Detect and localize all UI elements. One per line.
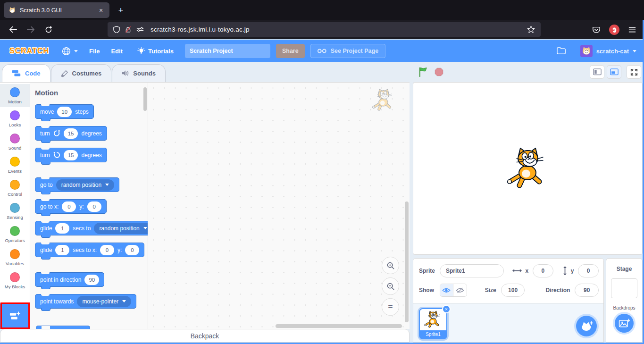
category-motion[interactable]: Motion — [0, 84, 30, 107]
small-stage-button[interactable] — [590, 65, 604, 79]
default-stage-button[interactable] — [607, 65, 621, 79]
zoom-out-button[interactable] — [382, 277, 399, 295]
category-looks[interactable]: Looks — [0, 107, 30, 130]
block-dropdown[interactable]: random position — [94, 223, 148, 234]
forward-button[interactable] — [24, 23, 38, 37]
back-button[interactable] — [6, 23, 20, 37]
sprite-list: Sprite1 × — [413, 303, 603, 342]
palette-block-turn-right[interactable]: turn15degrees — [35, 126, 107, 141]
share-button[interactable]: Share — [276, 44, 305, 58]
green-flag-button[interactable] — [416, 65, 430, 79]
canvas-horizontal-scrollbar[interactable] — [276, 324, 402, 328]
pocket-icon[interactable] — [589, 23, 603, 37]
block-label: secs to — [73, 225, 91, 232]
block-number-input[interactable]: 10 — [57, 107, 72, 117]
backdrop-thumbnail[interactable] — [611, 278, 637, 298]
palette-block-partial[interactable] — [36, 326, 90, 329]
canvas-vertical-scrollbar[interactable] — [405, 201, 409, 322]
browser-tab[interactable]: Scratch 3.0 GUI × — [4, 2, 109, 18]
sprite-x-input[interactable]: 0 — [533, 264, 553, 277]
block-number-input[interactable]: 0 — [62, 201, 76, 212]
sprite-name-input[interactable]: Sprite1 — [440, 264, 504, 277]
sprite-panel: Sprite Sprite1 x 0 y 0 S — [413, 258, 604, 343]
reload-button[interactable] — [42, 23, 56, 37]
permissions-icon[interactable] — [136, 27, 144, 32]
block-dropdown[interactable]: mouse-pointer — [77, 296, 131, 307]
palette-block-glide-menu[interactable]: glide1secs torandom position — [35, 221, 148, 235]
sprite-card-sprite1[interactable]: Sprite1 × — [419, 308, 447, 339]
sprite-y-input[interactable]: 0 — [578, 264, 599, 277]
add-extension-button[interactable] — [0, 303, 30, 329]
category-my-blocks[interactable]: My Blocks — [0, 269, 30, 292]
tab-code-label: Code — [25, 70, 41, 77]
category-sensing[interactable]: Sensing — [0, 200, 30, 223]
palette-header: Motion — [35, 89, 148, 97]
palette-block-point-towards[interactable]: point towardsmouse-pointer — [35, 294, 136, 309]
stage[interactable] — [413, 82, 643, 255]
see-project-page-button[interactable]: See Project Page — [310, 44, 385, 58]
show-hidden-button[interactable] — [453, 284, 467, 296]
edit-menu[interactable]: Edit — [105, 40, 128, 62]
block-label: point towards — [40, 298, 74, 305]
backpack-bar[interactable]: Backpack — [0, 329, 410, 343]
tab-sounds[interactable]: Sounds — [112, 64, 166, 82]
palette-scrollbar[interactable] — [143, 87, 147, 111]
tab-costumes[interactable]: Costumes — [51, 64, 112, 82]
account-menu[interactable]: scratch-cat — [580, 45, 639, 57]
block-number-input[interactable]: 1 — [55, 223, 69, 234]
lock-slash-icon[interactable] — [125, 26, 132, 33]
sprite-direction-input[interactable]: 90 — [575, 284, 599, 297]
folder-icon[interactable] — [556, 47, 566, 55]
fullscreen-button[interactable] — [627, 65, 641, 79]
shield-icon[interactable] — [113, 26, 120, 34]
category-control[interactable]: Control — [0, 176, 30, 200]
category-events[interactable]: Events — [0, 153, 30, 176]
zoom-reset-button[interactable]: = — [382, 298, 399, 316]
file-menu[interactable]: File — [84, 40, 105, 62]
show-visible-button[interactable] — [440, 284, 453, 296]
block-number-input[interactable]: 15 — [64, 128, 78, 139]
palette-block-move-steps[interactable]: move10steps — [35, 104, 94, 119]
block-number-input[interactable]: 15 — [64, 150, 78, 160]
project-name-input[interactable]: Scratch Project — [185, 44, 270, 58]
block-number-input[interactable]: 90 — [84, 275, 99, 285]
sprite-size-input[interactable]: 100 — [501, 284, 525, 297]
code-canvas[interactable]: = — [148, 83, 410, 329]
blocker-extension-icon[interactable] — [607, 23, 621, 37]
category-sound[interactable]: Sound — [0, 130, 30, 153]
url-bar[interactable]: scratch3-ros.jsk.imi.i.u-tokyo.ac.jp — [108, 22, 541, 37]
language-selector[interactable] — [56, 40, 84, 62]
palette-block-goto-xy[interactable]: go to x:0y:0 — [35, 199, 107, 214]
stage-selector-panel[interactable]: Stage Backdrops — [606, 258, 643, 343]
stop-button[interactable] — [432, 65, 446, 79]
zoom-in-button[interactable] — [382, 257, 399, 274]
category-variables[interactable]: Variables — [0, 246, 30, 269]
palette-block-point-in-direction[interactable]: point in direction90 — [35, 272, 104, 287]
tab-sounds-label: Sounds — [133, 70, 156, 77]
block-number-input[interactable]: 1 — [55, 245, 69, 255]
add-sprite-button[interactable] — [576, 316, 597, 336]
tab-code[interactable]: Code — [2, 64, 50, 82]
block-list: move10stepsturn15degreesturn15degreesgo … — [35, 104, 148, 309]
menu-hamburger-icon[interactable] — [625, 23, 639, 37]
category-operators[interactable]: Operators — [0, 223, 30, 246]
new-tab-button[interactable]: + — [114, 4, 127, 17]
sprite-cat-on-stage[interactable] — [504, 147, 552, 190]
palette-block-glide-xy[interactable]: glide1secs to x:0y:0 — [35, 243, 144, 257]
block-dropdown[interactable]: random position — [56, 179, 114, 191]
tutorials-menu[interactable]: Tutorials — [132, 40, 179, 62]
palette-block-goto-menu[interactable]: go torandom position — [35, 177, 119, 192]
y-axis-arrow-icon — [563, 266, 567, 276]
palette-block-turn-left[interactable]: turn15degrees — [35, 148, 107, 162]
category-label: Operators — [5, 238, 25, 243]
url-text[interactable]: scratch3-ros.jsk.imi.i.u-tokyo.ac.jp — [151, 26, 250, 33]
close-tab-icon[interactable]: × — [96, 6, 106, 15]
scratch-logo[interactable]: SCRATCH — [5, 47, 56, 55]
block-number-input[interactable]: 0 — [125, 245, 139, 255]
bookmark-star-icon[interactable] — [527, 25, 535, 34]
block-number-input[interactable]: 0 — [100, 245, 114, 255]
add-backdrop-button[interactable] — [615, 314, 634, 333]
block-label: point in direction — [40, 277, 81, 283]
delete-sprite-icon[interactable]: × — [442, 305, 451, 313]
block-number-input[interactable]: 0 — [87, 201, 101, 212]
